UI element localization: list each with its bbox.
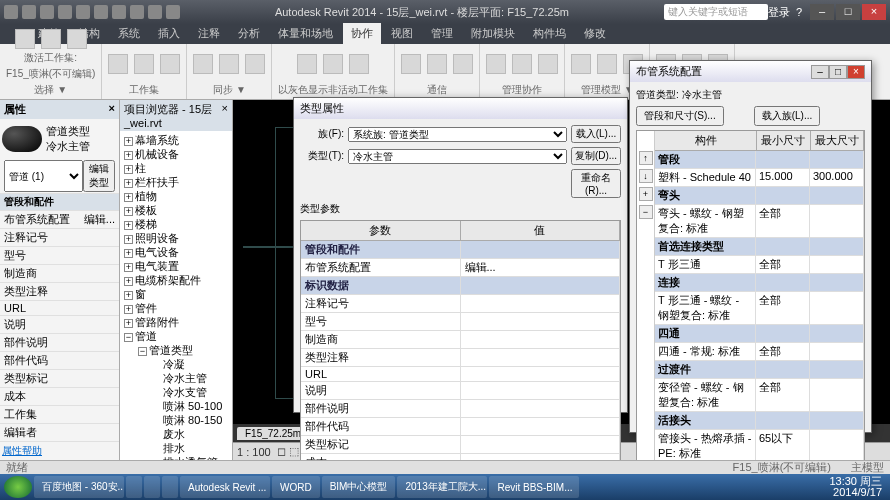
ribbon-button[interactable] xyxy=(349,54,369,74)
tree-node[interactable]: 喷淋 50-100 xyxy=(122,399,230,413)
ribbon-tab[interactable]: 视图 xyxy=(383,23,421,44)
tree-node[interactable]: +电缆桥架配件 xyxy=(122,273,230,287)
load-family-button[interactable]: 载入族(L)... xyxy=(754,106,821,126)
tree-node[interactable]: +楼板 xyxy=(122,203,230,217)
remove-row-icon[interactable]: − xyxy=(639,205,653,219)
ribbon-tab[interactable]: 修改 xyxy=(576,23,614,44)
tree-node[interactable]: +栏杆扶手 xyxy=(122,175,230,189)
close-icon[interactable]: × xyxy=(847,65,865,79)
system-tray[interactable]: 13:30 周三2014/9/17 xyxy=(829,476,886,498)
browser-tree[interactable]: +幕墙系统+机械设备+柱+栏杆扶手+植物+楼板+楼梯+照明设备+电气设备+电气装… xyxy=(120,131,232,460)
ribbon-tab[interactable]: 协作 xyxy=(343,23,381,44)
tree-node[interactable]: 排水 xyxy=(122,441,230,455)
property-row[interactable]: 部件说明 xyxy=(0,334,119,352)
ribbon-button[interactable] xyxy=(15,29,35,49)
duplicate-button[interactable]: 复制(D)... xyxy=(571,147,621,165)
property-row[interactable]: 型号 xyxy=(0,247,119,265)
taskbar-item[interactable]: BIM中心模型 xyxy=(322,476,396,498)
tree-node[interactable]: +电气装置 xyxy=(122,259,230,273)
close-icon[interactable]: × xyxy=(222,102,228,129)
taskbar-item[interactable] xyxy=(162,476,178,498)
property-row[interactable]: 类型标记 xyxy=(0,370,119,388)
ribbon-button[interactable] xyxy=(323,54,343,74)
ribbon-tab[interactable]: 体量和场地 xyxy=(270,23,341,44)
ribbon-tab[interactable]: 系统 xyxy=(110,23,148,44)
param-row[interactable]: 部件代码 xyxy=(301,418,620,436)
user-login[interactable]: 登录 xyxy=(768,5,790,20)
tree-node[interactable]: 废水 xyxy=(122,427,230,441)
move-up-icon[interactable]: ↑ xyxy=(639,151,653,165)
param-row[interactable]: 制造商 xyxy=(301,331,620,349)
ribbon-button[interactable] xyxy=(486,54,506,74)
param-row[interactable]: 说明 xyxy=(301,382,620,400)
ribbon-tab[interactable]: 构件坞 xyxy=(525,23,574,44)
ribbon-button[interactable] xyxy=(41,29,61,49)
routing-row[interactable]: T 形三通 - 螺纹 - 钢塑复合: 标准全部 xyxy=(655,292,864,325)
ribbon-tab[interactable]: 分析 xyxy=(230,23,268,44)
param-row[interactable]: 类型标记 xyxy=(301,436,620,454)
ribbon-button[interactable] xyxy=(427,54,447,74)
add-row-icon[interactable]: + xyxy=(639,187,653,201)
taskbar-item[interactable] xyxy=(126,476,142,498)
property-row[interactable]: 制造商 xyxy=(0,265,119,283)
property-row[interactable]: 部件代码 xyxy=(0,352,119,370)
tree-node[interactable]: −管道 xyxy=(122,329,230,343)
tree-node[interactable]: +幕墙系统 xyxy=(122,133,230,147)
tree-node[interactable]: 冷水支管 xyxy=(122,385,230,399)
ribbon-button[interactable] xyxy=(538,54,558,74)
taskbar-item[interactable] xyxy=(144,476,160,498)
window-buttons[interactable]: –□× xyxy=(810,4,886,20)
move-down-icon[interactable]: ↓ xyxy=(639,169,653,183)
ribbon-button[interactable] xyxy=(219,54,239,74)
help-icon[interactable]: ? xyxy=(796,6,802,18)
routing-row[interactable]: 四通 - 常规: 标准全部 xyxy=(655,343,864,361)
tree-node[interactable]: +电气设备 xyxy=(122,245,230,259)
quick-access-toolbar[interactable] xyxy=(4,5,180,19)
tree-node[interactable]: −管道类型 xyxy=(122,343,230,357)
tree-node[interactable]: +管路附件 xyxy=(122,315,230,329)
instance-selector[interactable]: 管道 (1) xyxy=(4,160,83,192)
parameter-grid[interactable]: 参数值 管段和配件布管系统配置编辑...标识数据注释记号型号制造商类型注释URL… xyxy=(300,220,621,500)
ribbon-button[interactable] xyxy=(401,54,421,74)
ribbon-tab[interactable]: 注释 xyxy=(190,23,228,44)
property-row[interactable]: 编辑者 xyxy=(0,424,119,442)
param-row[interactable]: 部件说明 xyxy=(301,400,620,418)
close-icon[interactable]: × xyxy=(109,102,115,117)
minimize-icon[interactable]: – xyxy=(811,65,829,79)
property-row[interactable]: 成本 xyxy=(0,388,119,406)
ribbon-button[interactable] xyxy=(245,54,265,74)
param-row[interactable]: 类型注释 xyxy=(301,349,620,367)
param-row[interactable]: 布管系统配置编辑... xyxy=(301,259,620,277)
start-button[interactable] xyxy=(4,476,32,498)
load-button[interactable]: 载入(L)... xyxy=(571,125,621,143)
tree-node[interactable]: +窗 xyxy=(122,287,230,301)
property-row[interactable]: 注释记号 xyxy=(0,229,119,247)
param-row[interactable]: 型号 xyxy=(301,313,620,331)
segment-size-button[interactable]: 管段和尺寸(S)... xyxy=(636,106,724,126)
routing-row[interactable]: 变径管 - 螺纹 - 钢塑复合: 标准全部 xyxy=(655,379,864,412)
routing-grid[interactable]: ↑ ↓ + − 构件最小尺寸最大尺寸 管段塑料 - Schedule 4015.… xyxy=(636,130,865,500)
routing-row[interactable]: 塑料 - Schedule 4015.000300.000 xyxy=(655,169,864,187)
taskbar-item[interactable]: 2013年建工院大... xyxy=(397,476,487,498)
edit-type-button[interactable]: 编辑类型 xyxy=(83,160,115,192)
tree-node[interactable]: 喷淋 80-150 xyxy=(122,413,230,427)
routing-row[interactable]: 弯头 - 螺纹 - 钢塑复合: 标准全部 xyxy=(655,205,864,238)
search-box[interactable]: 键入关键字或短语 xyxy=(664,4,768,20)
property-row[interactable]: 类型注释 xyxy=(0,283,119,301)
ribbon-button[interactable] xyxy=(193,54,213,74)
tree-node[interactable]: +柱 xyxy=(122,161,230,175)
taskbar-item[interactable]: WORD xyxy=(272,476,320,498)
property-row[interactable]: 布管系统配置编辑... xyxy=(0,211,119,229)
tree-node[interactable]: 冷水主管 xyxy=(122,371,230,385)
tree-node[interactable]: +机械设备 xyxy=(122,147,230,161)
tree-node[interactable]: +植物 xyxy=(122,189,230,203)
param-row[interactable]: 注释记号 xyxy=(301,295,620,313)
properties-help-link[interactable]: 属性帮助 xyxy=(0,442,119,460)
maximize-icon[interactable]: □ xyxy=(829,65,847,79)
ribbon-button[interactable] xyxy=(597,54,617,74)
family-select[interactable]: 系统族: 管道类型 xyxy=(348,127,567,142)
tree-node[interactable]: 冷凝 xyxy=(122,357,230,371)
routing-row[interactable]: 管接头 - 热熔承插 - PE: 标准65以下 xyxy=(655,430,864,463)
ribbon-button[interactable] xyxy=(453,54,473,74)
routing-row[interactable]: T 形三通全部 xyxy=(655,256,864,274)
